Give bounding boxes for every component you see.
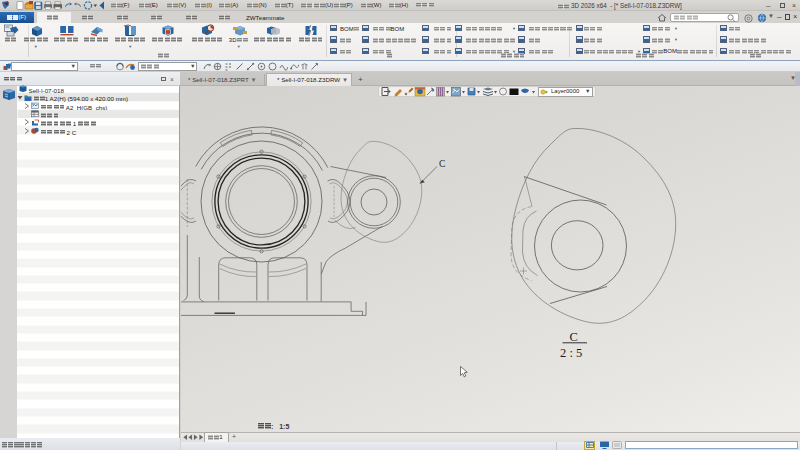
svg-text:C: C <box>439 159 445 169</box>
svg-text:2 : 5: 2 : 5 <box>560 346 582 360</box>
svg-text:C: C <box>569 330 577 344</box>
